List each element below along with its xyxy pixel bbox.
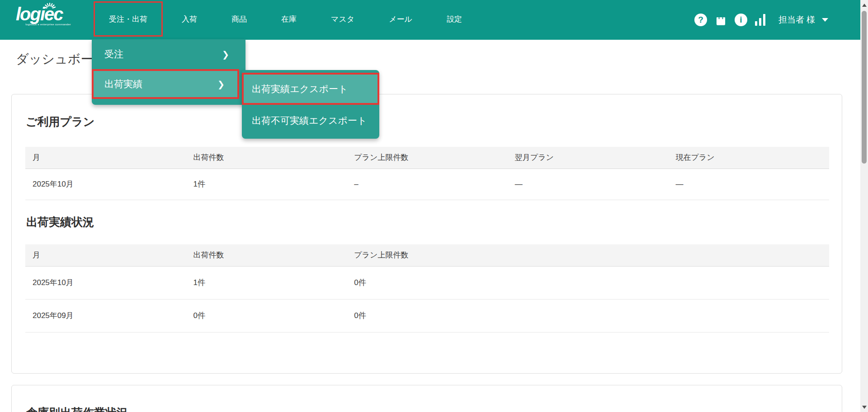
plan-section-heading: ご利用プラン <box>26 114 94 129</box>
nav-item-products[interactable]: 商品 <box>216 1 262 37</box>
navbar-right: ? i 担当者 様 <box>694 0 828 40</box>
logo-sunburst-icon <box>43 1 57 9</box>
shipping-table: 月 出荷件数 プラン上限件数 2025年10月 1件 0件 2025年09月 0… <box>25 244 829 332</box>
column-header: 月 <box>25 244 186 266</box>
scrollbar[interactable] <box>860 0 868 412</box>
user-menu[interactable]: 担当者 様 <box>778 14 828 26</box>
scroll-down-arrow[interactable] <box>860 403 868 411</box>
shipping-section-heading: 出荷実績状況 <box>26 215 94 229</box>
nav-item-mail[interactable]: メール <box>373 1 428 37</box>
column-header: プラン上限件数 <box>347 147 508 169</box>
dashboard-card: ご利用プラン 月 出荷件数 プラン上限件数 翌月プラン 現在プラン 2025年1… <box>11 94 842 374</box>
nav-item-receiving[interactable]: 入荷 <box>166 1 212 37</box>
column-header: プラン上限件数 <box>347 244 829 266</box>
menu-item-label: 出荷実績 <box>104 78 142 90</box>
menu-item-orders[interactable]: 受注 ❯ <box>92 39 245 69</box>
cell-plan-limit: 0件 <box>347 299 829 332</box>
caret-down-icon <box>822 18 828 22</box>
table-row: 2025年10月 1件 – — — <box>25 169 829 200</box>
scrollbar-thumb[interactable] <box>862 11 867 164</box>
menu-item-shipping-results-export[interactable]: 出荷実績エクスポート <box>242 73 379 105</box>
menu-item-label: 受注 <box>104 48 123 61</box>
warehouse-section-heading: 倉庫別出荷作業状況 <box>26 405 128 412</box>
nav-item-master[interactable]: マスタ <box>316 1 370 37</box>
cell-month: 2025年10月 <box>25 266 186 299</box>
top-navbar: logiec logistics e enterprise commander … <box>0 0 868 40</box>
help-icon[interactable]: ? <box>694 14 707 26</box>
cell-month: 2025年10月 <box>25 169 186 200</box>
logo[interactable]: logiec logistics e enterprise commander <box>16 4 75 33</box>
plan-table: 月 出荷件数 プラン上限件数 翌月プラン 現在プラン 2025年10月 1件 –… <box>25 147 829 200</box>
submenu: 出荷実績エクスポート 出荷不可実績エクスポート <box>242 70 379 139</box>
cell-shipment-count: 1件 <box>186 169 347 200</box>
main-nav: 受注・出荷 入荷 商品 在庫 マスタ メール 設定 <box>94 1 477 37</box>
nav-item-settings[interactable]: 設定 <box>431 1 477 37</box>
column-header: 出荷件数 <box>186 147 347 169</box>
nav-item-inventory[interactable]: 在庫 <box>266 1 312 37</box>
bar-chart-icon[interactable] <box>755 14 765 26</box>
table-row: 2025年10月 1件 0件 <box>25 266 829 299</box>
cell-plan-limit: – <box>347 169 508 200</box>
cell-shipment-count: 1件 <box>186 266 347 299</box>
shopping-bag-glyph <box>715 14 727 26</box>
scroll-up-arrow[interactable] <box>860 1 868 9</box>
app-screen: logiec logistics e enterprise commander … <box>0 0 868 412</box>
nav-item-orders-shipping[interactable]: 受注・出荷 <box>94 1 163 37</box>
chevron-right-icon: ❯ <box>217 79 225 89</box>
cell-month: 2025年09月 <box>25 299 186 332</box>
chevron-right-icon: ❯ <box>222 49 229 60</box>
help-glyph: ? <box>698 15 703 25</box>
shipping-table-header-row: 月 出荷件数 プラン上限件数 <box>25 244 829 266</box>
shopping-bag-icon[interactable] <box>715 14 727 26</box>
info-glyph: i <box>740 15 742 25</box>
cell-next-month-plan: — <box>508 169 669 200</box>
cell-shipment-count: 0件 <box>186 299 347 332</box>
menu-item-unshippable-results-export[interactable]: 出荷不可実績エクスポート <box>242 105 379 136</box>
column-header: 現在プラン <box>668 147 829 169</box>
user-label: 担当者 様 <box>778 14 815 26</box>
warehouse-card: 倉庫別出荷作業状況 <box>11 385 842 412</box>
menu-item-shipping-results[interactable]: 出荷実績 ❯ <box>92 69 239 99</box>
info-icon[interactable]: i <box>735 14 747 26</box>
plan-table-header-row: 月 出荷件数 プラン上限件数 翌月プラン 現在プラン <box>25 147 829 169</box>
table-row: 2025年09月 0件 0件 <box>25 299 829 332</box>
cell-current-plan: — <box>668 169 829 200</box>
column-header: 月 <box>25 147 186 169</box>
cell-plan-limit: 0件 <box>347 266 829 299</box>
dropdown-menu: 受注 ❯ 出荷実績 ❯ <box>92 39 245 105</box>
column-header: 出荷件数 <box>186 244 347 266</box>
column-header: 翌月プラン <box>508 147 669 169</box>
